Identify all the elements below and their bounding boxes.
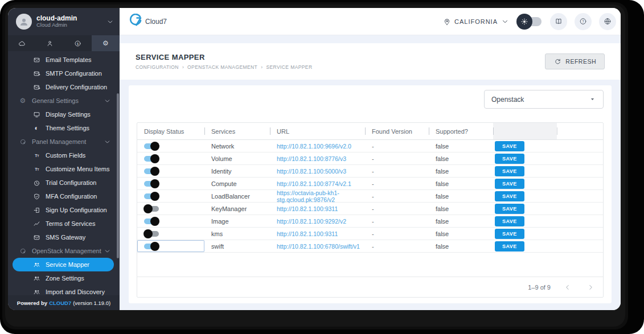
- sun-icon: [516, 14, 532, 30]
- display-status-toggle[interactable]: [144, 156, 159, 162]
- table-row-swift: swifthttp://10.82.1.100:6780/swift/v1-fa…: [137, 240, 603, 253]
- next-page-button[interactable]: [585, 282, 596, 293]
- display-status-toggle[interactable]: [144, 181, 159, 187]
- topbar: Cloud7 CALIFORNIA ?: [120, 8, 621, 35]
- table-body: Networkhttp://10.82.1.100:9696/v2.0-fals…: [137, 140, 603, 253]
- save-button[interactable]: SAVE: [495, 141, 524, 151]
- sidebar-tab-billing[interactable]: $: [64, 35, 92, 51]
- sidebar-tab-cloud[interactable]: [8, 35, 36, 51]
- service-url-link[interactable]: http://10.82.1.100:5000/v3: [277, 168, 346, 175]
- supported-value: false: [429, 228, 493, 240]
- save-button[interactable]: SAVE: [495, 229, 524, 239]
- display-status-toggle[interactable]: [144, 231, 159, 237]
- display-status-toggle[interactable]: [144, 168, 159, 174]
- cloud7-logo-icon: [129, 14, 142, 30]
- sidebar-item-mfa-configuration[interactable]: MFA Configuration: [8, 189, 120, 203]
- service-url-link[interactable]: http://10.82.1.100:9311: [277, 205, 338, 212]
- language-button[interactable]: [599, 13, 616, 30]
- sidebar-item-smtp-configuration[interactable]: SMTP Configuration: [8, 67, 120, 80]
- breadcrumb-item[interactable]: SERVICE MAPPER: [266, 64, 312, 70]
- save-button[interactable]: SAVE: [495, 166, 524, 176]
- save-button[interactable]: SAVE: [495, 191, 524, 201]
- save-button[interactable]: SAVE: [495, 154, 524, 164]
- theme-toggle[interactable]: [516, 14, 543, 30]
- save-button[interactable]: SAVE: [495, 241, 524, 251]
- region-selector[interactable]: CALIFORNIA: [443, 18, 509, 26]
- display-status-cell: [137, 190, 204, 202]
- sidebar-tab-users[interactable]: [36, 35, 64, 51]
- table-row-identity: Identityhttp://10.82.1.100:5000/v3-false…: [137, 165, 603, 178]
- sidebar-item-customize-menu-items[interactable]: TTCustomize Menu Items: [8, 162, 120, 176]
- people-icon: [32, 288, 40, 296]
- sidebar-item-custom-fields[interactable]: TTCustom Fields: [8, 149, 120, 162]
- envelope-icon: [32, 233, 40, 241]
- breadcrumb-item[interactable]: CONFIGURATION: [136, 64, 179, 70]
- found-version: -: [365, 203, 429, 215]
- monitor-icon: [32, 110, 40, 118]
- display-status-toggle[interactable]: [144, 244, 159, 249]
- header-separator: [557, 127, 557, 135]
- sidebar: cloud-admin Cloud Admin $⚙ Email Templat…: [8, 8, 120, 310]
- table-header: Display Status Services URL Found Versio…: [137, 123, 603, 140]
- sidebar-item-sms-gateway[interactable]: SMS Gateway: [8, 230, 120, 244]
- sidebar-item-sign-up-configuration[interactable]: Sign Up Configuration: [8, 203, 120, 217]
- sidebar-item-panel-management[interactable]: Panel Management: [8, 135, 120, 149]
- sidebar-tab-settings[interactable]: ⚙: [92, 35, 120, 51]
- service-url-link[interactable]: http://10.82.1.100:8774/v2.1: [277, 180, 351, 187]
- refresh-icon: [553, 57, 561, 65]
- service-name: KeyManager: [204, 203, 270, 215]
- toggle-thumb: [150, 179, 159, 188]
- service-url-link[interactable]: http://10.82.1.100:9311: [277, 230, 338, 237]
- signup-icon: [32, 206, 40, 214]
- sidebar-item-theme-settings[interactable]: ◐Theme Settings: [8, 121, 120, 135]
- display-status-cell: [137, 178, 204, 189]
- chevron-left-icon: [564, 283, 572, 291]
- save-button[interactable]: SAVE: [495, 216, 524, 226]
- display-status-toggle[interactable]: [144, 206, 159, 212]
- service-url-link[interactable]: http://10.82.1.100:9292/v2: [277, 218, 346, 225]
- supported-value: false: [429, 215, 493, 227]
- brand[interactable]: Cloud7: [129, 14, 167, 30]
- service-url-link[interactable]: https://octavia-pub-kh1-stg.qcloud.pk:98…: [277, 189, 365, 203]
- refresh-button[interactable]: REFRESH: [545, 53, 605, 69]
- help-button[interactable]: ?: [575, 13, 592, 30]
- services-table: Display Status Services URL Found Versio…: [137, 122, 604, 298]
- trial-icon: [32, 179, 40, 187]
- envelope-out-icon: [32, 83, 40, 91]
- table-empty-space: [137, 253, 603, 277]
- display-status-toggle[interactable]: [144, 193, 159, 199]
- sidebar-scrollbar[interactable]: [117, 93, 119, 258]
- table-row-compute: Computehttp://10.82.1.100:8774/v2.1-fals…: [137, 178, 603, 190]
- save-button[interactable]: SAVE: [495, 204, 524, 214]
- sidebar-item-email-templates[interactable]: Email Templates: [8, 53, 120, 67]
- supported-value: false: [429, 240, 493, 252]
- sidebar-item-trial-configuration[interactable]: Trial Configuration: [8, 176, 120, 189]
- found-version: -: [365, 140, 429, 152]
- previous-page-button[interactable]: [562, 282, 573, 293]
- display-status-toggle[interactable]: [144, 218, 159, 224]
- user-icon: [46, 39, 54, 47]
- service-url-link[interactable]: http://10.82.1.100:9696/v2.0: [277, 143, 351, 150]
- service-url-link[interactable]: http://10.82.1.100:8776/v3: [277, 155, 346, 162]
- breadcrumb-item[interactable]: OPENSTACK MANAGEMENT: [187, 64, 257, 70]
- table-row-volume: Volumehttp://10.82.1.100:8776/v3-falseSA…: [137, 152, 603, 165]
- platform-dropdown[interactable]: Openstack: [484, 90, 604, 109]
- sidebar-user-chip[interactable]: cloud-admin Cloud Admin: [8, 8, 120, 35]
- sidebar-item-delivery-configuration[interactable]: Delivery Configuration: [8, 80, 120, 94]
- sidebar-item-general-settings[interactable]: ⚙General Settings: [8, 94, 120, 108]
- sidebar-item-openstack-management[interactable]: OpenStack Management: [8, 244, 120, 258]
- found-version: -: [365, 178, 429, 189]
- service-name: Identity: [204, 165, 270, 177]
- service-url-link[interactable]: http://10.82.1.100:6780/swift/v1: [277, 243, 360, 250]
- display-status-toggle[interactable]: [144, 143, 159, 149]
- actions-header-placeholder: [493, 123, 557, 139]
- sidebar-item-zone-settings[interactable]: Zone Settings: [8, 271, 120, 285]
- docs-button[interactable]: [550, 13, 567, 30]
- envelope-icon: [32, 56, 40, 64]
- sidebar-item-service-mapper[interactable]: Service Mapper: [13, 258, 114, 271]
- footer-brand-link[interactable]: CLOUD7: [49, 300, 71, 306]
- sidebar-item-display-settings[interactable]: Display Settings: [8, 108, 120, 121]
- save-button[interactable]: SAVE: [495, 179, 524, 189]
- sidebar-item-terms-of-services[interactable]: Terms of Services: [8, 217, 120, 230]
- supported-value: false: [429, 152, 493, 164]
